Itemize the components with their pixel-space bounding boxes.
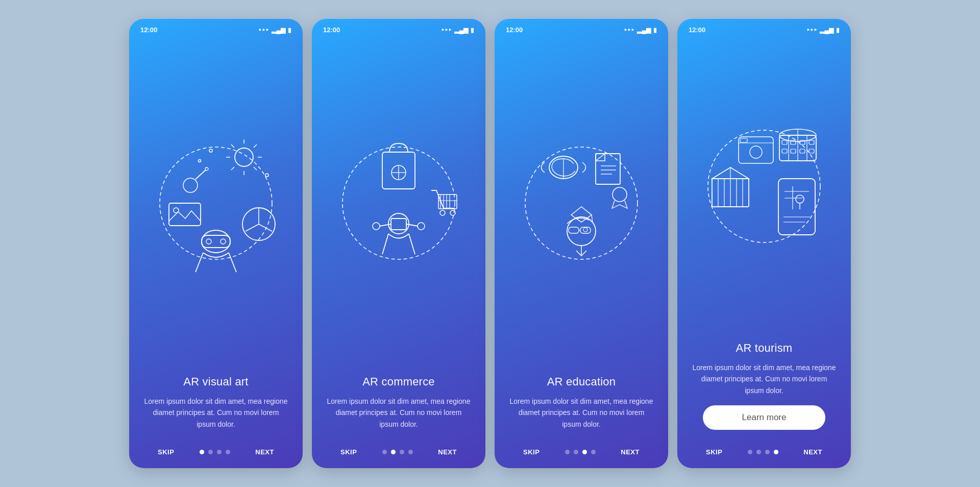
illustration-area-4 <box>677 37 851 342</box>
dot-2-1[interactable] <box>391 450 396 454</box>
svg-line-8 <box>254 144 257 148</box>
title-4: AR tourism <box>736 342 793 355</box>
svg-point-28 <box>342 147 455 259</box>
skip-2[interactable]: SKIP <box>340 448 357 456</box>
battery-icon-4: ▮ <box>836 27 840 34</box>
skip-1[interactable]: SKIP <box>158 448 174 456</box>
bottom-section-3: AR education Lorem ipsum dolor sit dim a… <box>495 375 668 456</box>
dot-4-2[interactable] <box>765 450 770 454</box>
svg-line-9 <box>231 167 234 170</box>
illustration-area-1 <box>129 37 303 375</box>
dot-4-0[interactable] <box>748 450 752 454</box>
svg-line-26 <box>195 170 206 179</box>
nav-bar-3: SKIP NEXT <box>509 443 654 456</box>
status-icons-1: ‣‣‣ ▂▄▆ ▮ <box>258 27 291 34</box>
title-1: AR visual art <box>183 375 248 388</box>
status-bar-1: 12:00 ‣‣‣ ▂▄▆ ▮ <box>129 19 303 37</box>
svg-rect-76 <box>791 149 796 153</box>
svg-point-33 <box>388 213 409 234</box>
time-4: 12:00 <box>689 26 705 34</box>
dot-1-2[interactable] <box>217 450 222 454</box>
svg-point-57 <box>612 187 627 202</box>
time-1: 12:00 <box>140 26 157 34</box>
signal-icon-1: ▂▄▆ <box>272 27 285 34</box>
screen-visual-art: 12:00 ‣‣‣ ▂▄▆ ▮ <box>129 19 303 468</box>
svg-rect-62 <box>569 227 579 233</box>
bottom-section-1: AR visual art Lorem ipsum dolor sit dim … <box>129 375 303 456</box>
svg-point-37 <box>373 223 380 230</box>
bottom-section-4: AR tourism Lorem ipsum dolor sit dim ame… <box>677 342 851 456</box>
svg-rect-86 <box>778 179 815 235</box>
svg-point-58 <box>567 217 596 246</box>
body-1: Lorem ipsum dolor sit dim amet, mea regi… <box>143 396 288 430</box>
svg-line-7 <box>254 167 257 170</box>
svg-point-65 <box>708 130 820 242</box>
svg-rect-78 <box>809 149 814 153</box>
svg-point-49 <box>525 147 638 259</box>
dots-1 <box>200 450 230 454</box>
wifi-icon-1: ‣‣‣ <box>258 27 269 34</box>
svg-point-10 <box>209 149 212 152</box>
dot-2-0[interactable] <box>382 450 387 454</box>
dot-3-2[interactable] <box>582 450 587 454</box>
wifi-icon-2: ‣‣‣ <box>441 27 452 34</box>
illustration-visual-art <box>144 124 287 287</box>
svg-point-27 <box>205 167 208 171</box>
battery-icon-2: ▮ <box>471 27 474 34</box>
wifi-icon-3: ‣‣‣ <box>624 27 634 34</box>
illustration-education <box>510 124 653 287</box>
svg-rect-94 <box>739 137 773 163</box>
title-3: AR education <box>547 375 616 388</box>
skip-3[interactable]: SKIP <box>523 448 540 456</box>
body-2: Lorem ipsum dolor sit dim amet, mea regi… <box>326 396 471 430</box>
dot-3-0[interactable] <box>565 450 570 454</box>
illustration-tourism <box>693 107 836 271</box>
dot-3-1[interactable] <box>574 450 578 454</box>
bottom-section-2: AR commerce Lorem ipsum dolor sit dim am… <box>312 375 485 456</box>
next-3[interactable]: NEXT <box>621 448 640 456</box>
dots-3 <box>565 450 596 454</box>
dot-1-0[interactable] <box>200 450 204 454</box>
svg-rect-63 <box>580 227 591 233</box>
nav-bar-4: SKIP NEXT <box>692 443 837 456</box>
battery-icon-1: ▮ <box>288 27 291 34</box>
dot-1-1[interactable] <box>208 450 213 454</box>
status-icons-2: ‣‣‣ ▂▄▆ ▮ <box>441 27 474 34</box>
learn-more-button[interactable]: Learn more <box>703 405 825 430</box>
next-1[interactable]: NEXT <box>255 448 274 456</box>
svg-rect-97 <box>740 138 747 142</box>
svg-point-48 <box>450 210 455 215</box>
svg-rect-71 <box>782 140 787 144</box>
screens-container: 12:00 ‣‣‣ ▂▄▆ ▮ <box>119 9 861 478</box>
svg-point-17 <box>206 239 211 244</box>
status-bar-3: 12:00 ‣‣‣ ▂▄▆ ▮ <box>495 19 668 37</box>
dot-3-3[interactable] <box>591 450 596 454</box>
screen-commerce: 12:00 ‣‣‣ ▂▄▆ ▮ <box>312 19 485 468</box>
status-icons-4: ‣‣‣ ▂▄▆ ▮ <box>806 27 840 34</box>
svg-line-19 <box>195 253 203 272</box>
svg-line-6 <box>231 144 234 148</box>
dot-2-2[interactable] <box>400 450 404 454</box>
dots-2 <box>382 450 413 454</box>
illustration-commerce <box>327 124 470 287</box>
illustration-area-2 <box>312 37 485 375</box>
svg-point-47 <box>440 210 445 215</box>
dot-4-3[interactable] <box>774 450 778 454</box>
wifi-icon-4: ‣‣‣ <box>806 27 817 34</box>
svg-rect-75 <box>782 149 787 153</box>
dot-1-3[interactable] <box>226 450 230 454</box>
dot-2-3[interactable] <box>408 450 413 454</box>
dot-4-1[interactable] <box>756 450 761 454</box>
next-2[interactable]: NEXT <box>438 448 457 456</box>
title-2: AR commerce <box>362 375 435 388</box>
next-4[interactable]: NEXT <box>803 448 822 456</box>
svg-point-25 <box>183 178 198 192</box>
illustration-area-3 <box>495 37 668 375</box>
svg-point-12 <box>265 174 268 177</box>
svg-point-38 <box>418 223 425 230</box>
svg-point-96 <box>750 146 762 158</box>
skip-4[interactable]: SKIP <box>706 448 722 456</box>
status-bar-2: 12:00 ‣‣‣ ▂▄▆ ▮ <box>312 19 485 37</box>
svg-line-40 <box>409 234 415 254</box>
signal-icon-2: ▂▄▆ <box>454 27 468 34</box>
